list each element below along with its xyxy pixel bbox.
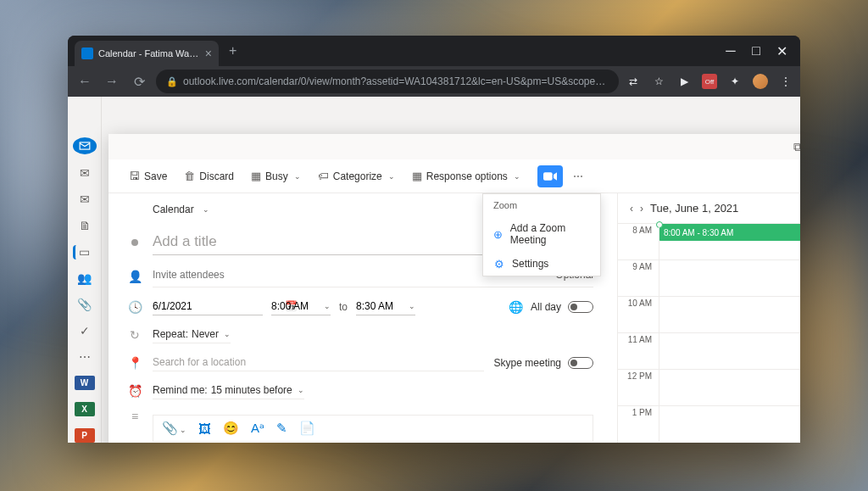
start-time-field[interactable]: 8:00 AM ⌄ [271, 298, 331, 315]
more-rail-icon[interactable]: ⋯ [75, 349, 95, 364]
schedule-grid[interactable]: 8:00 AM - 8:30 AM 8 AM 9 AM 10 AM 11 AM … [618, 223, 800, 443]
discard-button[interactable]: 🗑 Discard [177, 166, 241, 186]
popout-icon[interactable]: ⧉ [793, 140, 800, 154]
translate-icon[interactable]: ⇄ [626, 74, 641, 89]
chevron-down-icon: ⌄ [298, 386, 304, 394]
close-window-button[interactable]: ✕ [776, 46, 787, 56]
allday-label: All day [531, 301, 561, 313]
chevron-down-icon: ⌄ [324, 302, 331, 310]
rich-text-toolbar: 📎⌄ 🖼 😊 Aᵃ ✎ 📄 [153, 415, 593, 442]
lock-icon: 🔒 [166, 76, 178, 87]
location-icon: 📍 [127, 356, 142, 370]
calendar-rail-icon[interactable]: ▭ [73, 245, 93, 259]
extensions-icon[interactable]: ✦ [727, 74, 743, 89]
zoom-icon [543, 172, 557, 181]
repeat-icon: ↻ [127, 328, 142, 342]
people-icon[interactable]: 👥 [75, 271, 95, 286]
end-time-field[interactable]: 8:30 AM ⌄ [356, 298, 415, 315]
date-input[interactable] [153, 300, 280, 312]
chevron-down-icon: ⌄ [203, 205, 209, 214]
excel-icon[interactable]: X [75, 402, 95, 416]
browser-tab[interactable]: Calendar - Fatima Wahab - Outl... × [75, 41, 219, 66]
busy-button[interactable]: ▦ Busy ⌄ [244, 166, 308, 186]
panel-body: Calendar ⌄ 👤 Optional [108, 193, 800, 443]
chevron-down-icon: ⌄ [514, 172, 520, 181]
clock-icon: 🕓 [127, 300, 142, 314]
todo-icon[interactable]: ✓ [75, 323, 95, 338]
signature-icon[interactable]: ✎ [276, 421, 287, 436]
ext-2-icon[interactable]: Off [702, 74, 717, 89]
paste-icon[interactable]: 📄 [299, 421, 315, 436]
categorize-button[interactable]: 🏷 Categorize ⌄ [311, 166, 402, 186]
emoji-icon[interactable]: 😊 [223, 421, 239, 436]
overflow-button[interactable]: ⋯ [573, 170, 583, 182]
tag-icon: 🏷 [318, 170, 329, 182]
menu-icon[interactable]: ⋮ [778, 74, 793, 89]
event-panel: ⧉ ✕ 🖫 Save 🗑 Discard ▦ Busy ⌄ 🏷 [108, 134, 800, 443]
browser-window: Calendar - Fatima Wahab - Outl... × + ─ … [68, 36, 800, 443]
address-bar: ← → ⟳ 🔒 outlook.live.com/calendar/0/view… [68, 66, 800, 97]
timezone-icon[interactable]: 🌐 [509, 300, 524, 314]
new-tab-button[interactable]: + [229, 43, 236, 59]
mail-icon[interactable]: ✉ [75, 166, 95, 181]
ext-1-icon[interactable]: ▶ [676, 74, 692, 89]
bookmark-icon[interactable]: ☆ [651, 74, 666, 89]
reminder-row: ⏰ Remind me: 15 minutes before ⌄ [127, 382, 593, 399]
profile-avatar[interactable] [753, 74, 768, 89]
chevron-down-icon: ⌄ [409, 302, 415, 310]
next-day-button[interactable]: › [640, 203, 643, 215]
trash-icon: 🗑 [184, 170, 195, 182]
hour-label: 12 PM [618, 370, 659, 405]
repeat-row: ↻ Repeat: Never ⌄ [127, 326, 593, 343]
outlook-icon[interactable] [73, 137, 97, 154]
prev-day-button[interactable]: ‹ [630, 203, 633, 215]
left-rail: ✉ ✉ 🗎 ▭ 👥 📎 ✓ ⋯ W X P [68, 97, 102, 443]
schedule-date: Tue, June 1, 2021 [650, 202, 738, 215]
date-field[interactable]: 📅 [153, 298, 263, 315]
chevron-down-icon: ⌄ [388, 172, 395, 181]
bullet-icon [131, 239, 138, 246]
reminder-field[interactable]: Remind me: 15 minutes before ⌄ [153, 382, 304, 399]
dropdown-header: Zoom [483, 194, 600, 216]
reload-button[interactable]: ⟳ [129, 74, 149, 90]
plus-circle-icon: ⊕ [493, 228, 504, 240]
chevron-down-icon: ⌄ [224, 330, 231, 338]
zoom-settings-item[interactable]: ⚙ Settings [483, 252, 600, 276]
allday-toggle[interactable] [568, 301, 593, 313]
attach-file-icon[interactable]: 📎⌄ [162, 421, 186, 436]
forward-button[interactable]: → [102, 74, 122, 89]
hour-label: 10 AM [618, 297, 659, 332]
alarm-icon: ⏰ [127, 384, 142, 398]
save-button[interactable]: 🖫 Save [122, 166, 174, 186]
favicon [81, 47, 93, 59]
to-label: to [339, 301, 348, 313]
repeat-field[interactable]: Repeat: Never ⌄ [153, 326, 231, 343]
schedule-section: ‹ › Tue, June 1, 2021 ⌄ 8:00 AM - 8:30 A… [617, 193, 800, 443]
maximize-button[interactable]: □ [751, 46, 761, 56]
minimize-button[interactable]: ─ [726, 46, 736, 56]
attach-icon[interactable]: 📎 [75, 297, 95, 311]
location-row: 📍 Skype meeting [127, 354, 593, 371]
zoom-button[interactable] [537, 165, 563, 187]
hour-label: 8 AM [618, 224, 659, 259]
document-icon[interactable]: 🗎 [75, 219, 95, 233]
location-input[interactable] [153, 356, 484, 368]
send-icon[interactable]: ✉ [75, 192, 95, 207]
tab-title: Calendar - Fatima Wahab - Outl... [98, 48, 200, 59]
svg-rect-1 [543, 172, 553, 180]
url-field[interactable]: 🔒 outlook.live.com/calendar/0/view/month… [156, 70, 619, 93]
datetime-row: 🕓 📅 8:00 AM ⌄ to [127, 298, 593, 315]
word-icon[interactable]: W [75, 376, 95, 390]
powerpoint-icon[interactable]: P [75, 428, 95, 443]
response-options-button[interactable]: ▦ Response options ⌄ [405, 166, 527, 186]
panel-topbar: ⧉ ✕ [108, 134, 800, 159]
schedule-header: ‹ › Tue, June 1, 2021 ⌄ [618, 193, 800, 223]
extension-icons: ⇄ ☆ ▶ Off ✦ ⋮ [626, 74, 793, 89]
zoom-dropdown: Zoom ⊕ Add a Zoom Meeting ⚙ Settings [482, 193, 601, 276]
back-button[interactable]: ← [75, 74, 95, 89]
add-zoom-meeting-item[interactable]: ⊕ Add a Zoom Meeting [483, 216, 600, 252]
skype-toggle[interactable] [568, 357, 593, 369]
tab-close-icon[interactable]: × [205, 47, 212, 60]
image-icon[interactable]: 🖼 [198, 421, 211, 436]
format-icon[interactable]: Aᵃ [251, 421, 264, 436]
